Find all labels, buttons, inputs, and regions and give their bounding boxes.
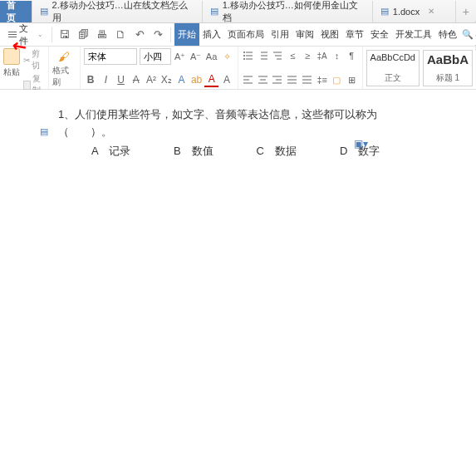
svg-point-3 <box>243 52 245 53</box>
para-row-1: ≤ ≥ ‡A ↕ ¶ <box>242 48 359 63</box>
svg-point-4 <box>243 55 245 56</box>
ribbon-tab-insert[interactable]: 插入 <box>199 23 224 46</box>
style-preview: AaBbA <box>427 52 469 66</box>
ribbon-tabs: 开始 插入 页面布局 引用 审阅 视图 章节 安全 开发工具 特色 <box>174 23 460 46</box>
strikethrough-button[interactable]: A <box>129 72 143 87</box>
font-color-button[interactable]: A <box>204 72 218 87</box>
font-size-select[interactable] <box>140 48 171 65</box>
shading-button[interactable]: ▢ <box>330 72 344 87</box>
chevron-down-icon: ⌄ <box>37 31 43 38</box>
document-page[interactable]: 1、人们使用某些符号，如文字、音频等表达信息，这些都可以称为（ ）。 A 记录 … <box>0 90 476 452</box>
undo-button[interactable]: ↶ <box>131 26 149 44</box>
tab-doc-4[interactable]: ▤ 1.docx ✕ <box>373 1 456 22</box>
highlight-button[interactable]: ab <box>189 72 204 87</box>
ribbon-tab-review[interactable]: 审阅 <box>292 23 317 46</box>
print-preview-button[interactable]: 🗐 <box>75 26 92 44</box>
style-label: 标题 1 <box>427 72 469 84</box>
style-preview: AaBbCcDd <box>370 52 415 62</box>
paragraph-group: ≤ ≥ ‡A ↕ ¶ ‡≡ ▢ ⊞ <box>238 47 363 89</box>
ribbon-tab-special[interactable]: 特色 <box>435 23 460 46</box>
align-left-button[interactable] <box>242 72 256 87</box>
background-color-button[interactable]: A <box>219 72 233 87</box>
decrease-indent-button[interactable]: ≤ <box>286 48 300 63</box>
text-direction-button[interactable]: ‡A <box>315 48 329 63</box>
style-label: 正文 <box>370 72 415 84</box>
brush-label: 格式刷 <box>52 65 76 88</box>
align-right-button[interactable] <box>271 72 285 87</box>
ribbon-tab-developer[interactable]: 开发工具 <box>392 23 435 46</box>
paste-label: 粘贴 <box>3 66 20 78</box>
word-icon: ▤ <box>209 7 219 17</box>
style-heading-1[interactable]: AaBbA 标题 1 <box>423 50 473 86</box>
brush-group: 🖌 格式刷 <box>49 47 80 89</box>
style-body[interactable]: AaBbCcDd 正文 <box>366 50 420 86</box>
page-content: 1、人们使用某些符号，如文字、音频等表达信息，这些都可以称为（ ）。 A 记录 … <box>0 90 476 176</box>
ribbon-tab-layout[interactable]: 页面布局 <box>224 23 267 46</box>
print-button[interactable]: 🖶 <box>93 26 110 44</box>
svg-point-5 <box>243 58 245 60</box>
redo-button[interactable]: ↷ <box>150 26 167 44</box>
change-case-button[interactable]: Aa <box>205 49 218 64</box>
italic-button[interactable]: I <box>99 72 113 87</box>
copy-icon <box>23 81 31 90</box>
toolbar: 粘贴 ✂剪切 复制 🖌 格式刷 A⁺ A⁻ Aa ✧ B I U A A² <box>0 47 476 90</box>
font-row-2: B I U A A² X₂ A ab A A <box>84 72 234 87</box>
quick-access-button[interactable]: 🗋 <box>112 26 130 44</box>
underline-button[interactable]: U <box>114 72 128 87</box>
increase-indent-button[interactable]: ≥ <box>301 48 315 63</box>
align-center-button[interactable] <box>256 72 270 87</box>
grow-font-button[interactable]: A⁺ <box>174 49 187 64</box>
font-row-1: A⁺ A⁻ Aa ✧ <box>84 48 234 65</box>
ribbon-tab-section[interactable]: 章节 <box>342 23 367 46</box>
menubar-left: 文件 ⌄ ↖ 🖫 🗐 🖶 🗋 ↶ ↷ 开始 插入 页面布局 引用 审阅 视图 章… <box>3 21 460 49</box>
multilevel-list-button[interactable] <box>271 48 285 63</box>
ribbon-tab-reference[interactable]: 引用 <box>267 23 292 46</box>
document-line-2[interactable]: A 记录 B 数值 C 数据 D 数字 <box>58 143 426 160</box>
save-button[interactable]: 🖫 <box>56 26 73 44</box>
align-distribute-button[interactable] <box>301 72 315 87</box>
ribbon-tab-security[interactable]: 安全 <box>367 23 392 46</box>
para-row-2: ‡≡ ▢ ⊞ <box>242 72 359 87</box>
brush-icon: 🖌 <box>56 48 72 65</box>
clear-format-button[interactable]: ✧ <box>221 49 234 64</box>
show-marks-button[interactable]: ¶ <box>345 48 359 63</box>
font-name-select[interactable] <box>84 48 137 65</box>
ribbon-tab-view[interactable]: 视图 <box>317 23 342 46</box>
text-effects-button[interactable]: A <box>174 72 189 87</box>
tab-4-label: 1.docx <box>393 7 420 17</box>
word-icon: ▤ <box>380 7 390 17</box>
tab-doc-2[interactable]: ▤ 2.移动办公技巧…山在线文档怎么用 <box>32 1 203 22</box>
search-icon: 🔍 <box>462 29 474 40</box>
subscript-button[interactable]: X₂ <box>159 72 174 87</box>
outline-icon[interactable]: ▤ <box>40 126 50 136</box>
number-list-button[interactable] <box>256 48 270 63</box>
close-icon[interactable]: ✕ <box>428 7 434 16</box>
borders-button[interactable]: ⊞ <box>345 72 359 87</box>
menubar: 文件 ⌄ ↖ 🖫 🗐 🖶 🗋 ↶ ↷ 开始 插入 页面布局 引用 审阅 视图 章… <box>0 23 476 47</box>
line-spacing-button[interactable]: ‡≡ <box>315 72 329 87</box>
bold-button[interactable]: B <box>84 72 98 87</box>
file-menu-button[interactable]: 文件 ⌄ ↖ <box>3 21 48 49</box>
separator <box>170 27 171 42</box>
word-icon: ▤ <box>39 7 49 17</box>
styles-group: AaBbCcDd 正文 AaBbA 标题 1 <box>363 47 476 89</box>
tab-home[interactable]: 首页 <box>0 1 32 22</box>
ribbon-tab-start[interactable]: 开始 <box>174 23 199 46</box>
selection-handle-icon[interactable]: ▣▾ <box>354 138 368 150</box>
align-justify-button[interactable] <box>286 72 300 87</box>
font-group: A⁺ A⁻ Aa ✧ B I U A A² X₂ A ab A A <box>81 47 238 89</box>
cut-label: 剪切 <box>32 48 45 71</box>
sort-button[interactable]: ↕ <box>330 48 344 63</box>
bullet-list-button[interactable] <box>242 48 256 63</box>
shrink-font-button[interactable]: A⁻ <box>189 49 203 64</box>
separator <box>52 27 52 42</box>
scissors-icon: ✂ <box>23 56 30 65</box>
format-brush-button[interactable]: 🖌 格式刷 <box>52 48 76 88</box>
superscript-button[interactable]: A² <box>144 72 158 87</box>
document-line-1[interactable]: 1、人们使用某些符号，如文字、音频等表达信息，这些都可以称为（ ）。 <box>58 106 426 141</box>
tab-doc-3[interactable]: ▤ 1.移动办公技巧…如何使用金山文档 <box>203 1 373 22</box>
